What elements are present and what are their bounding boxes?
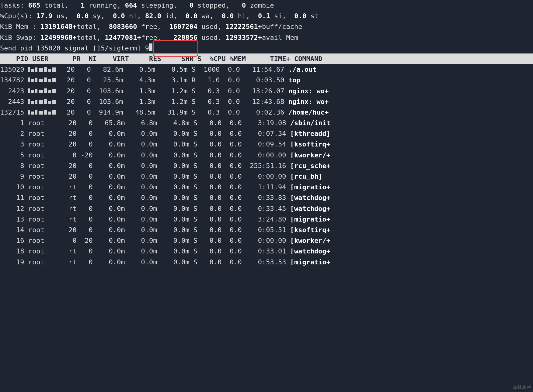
svg-rect-2 xyxy=(35,67,37,72)
table-row: 16 root 0 -20 0.0m 0.0m 0.0m S 0.0 0.0 0… xyxy=(0,235,533,246)
signal-prompt[interactable]: Send pid 135020 signal [15/sigterm] 9 xyxy=(0,43,533,53)
svg-rect-20 xyxy=(52,89,56,93)
svg-rect-17 xyxy=(39,90,43,93)
svg-rect-22 xyxy=(31,101,34,104)
terminal-output[interactable]: Tasks: 665 total, 1 running, 664 sleepin… xyxy=(0,0,533,267)
table-row: 18 root rt 0 0.0m 0.0m 0.0m S 0.0 0.0 0:… xyxy=(0,246,533,256)
table-row: 11 root rt 0 0.0m 0.0m 0.0m S 0.0 0.0 0:… xyxy=(0,192,533,203)
svg-rect-34 xyxy=(52,110,56,115)
tasks-line: Tasks: 665 total, 1 running, 664 sleepin… xyxy=(0,0,533,11)
table-row: 9 root 20 0 0.0m 0.0m 0.0m S 0.0 0.0 0:0… xyxy=(0,171,533,182)
table-row: 8 root 20 0 0.0m 0.0m 0.0m S 0.0 0.0 255… xyxy=(0,160,533,171)
svg-rect-9 xyxy=(35,78,37,82)
table-row: 14 root 20 0 0.0m 0.0m 0.0m S 0.0 0.0 0:… xyxy=(0,225,533,235)
swap-line: KiB Swap: 12499968+total, 12477081+free,… xyxy=(0,32,533,43)
svg-rect-23 xyxy=(35,100,37,104)
svg-rect-18 xyxy=(44,88,47,93)
process-list: 135020 20 0 82.6m 0.5m 0.5m S 1000 0.0 1… xyxy=(0,64,533,267)
table-row: 12 root rt 0 0.0m 0.0m 0.0m S 0.0 0.0 0:… xyxy=(0,203,533,214)
svg-rect-8 xyxy=(31,79,34,82)
table-row: 1 root 20 0 65.8m 6.8m 4.8m S 0.0 0.0 3:… xyxy=(0,118,533,128)
cpu-line: %Cpu(s): 17.9 us, 0.0 sy, 0.0 ni, 82.0 i… xyxy=(0,11,533,21)
svg-rect-7 xyxy=(28,77,30,82)
svg-rect-30 xyxy=(35,110,37,115)
svg-rect-1 xyxy=(31,69,34,72)
table-row: 134782 20 0 25.5m 4.3m 3.1m R 1.0 0.0 0:… xyxy=(0,75,533,85)
table-header: PID USER PR NI VIRT RES SHR S %CPU %MEM … xyxy=(0,53,533,64)
svg-rect-21 xyxy=(28,99,30,104)
svg-rect-25 xyxy=(44,99,47,104)
table-row: 2443 20 0 103.6m 1.3m 1.2m S 0.3 0.0 12:… xyxy=(0,96,533,107)
svg-rect-11 xyxy=(44,77,47,82)
svg-rect-10 xyxy=(39,79,43,82)
svg-rect-28 xyxy=(28,110,30,115)
table-row: 2 root 20 0 0.0m 0.0m 0.0m S 0.0 0.0 0:0… xyxy=(0,128,533,139)
table-row: 13 root rt 0 0.0m 0.0m 0.0m S 0.0 0.0 3:… xyxy=(0,214,533,225)
table-row: 10 root rt 0 0.0m 0.0m 0.0m S 0.0 0.0 1:… xyxy=(0,182,533,192)
table-row: 19 root rt 0 0.0m 0.0m 0.0m S 0.0 0.0 0:… xyxy=(0,257,533,267)
mem-line: KiB Mem : 13191648+total, 8083660 free, … xyxy=(0,21,533,32)
svg-rect-15 xyxy=(31,90,34,93)
signal-input-value[interactable]: 9 xyxy=(145,44,149,52)
svg-rect-29 xyxy=(31,112,34,115)
table-row: 132715 20 0 914.9m 48.5m 31.9m S 0.3 0.0… xyxy=(0,107,533,118)
svg-rect-26 xyxy=(48,101,51,104)
svg-rect-14 xyxy=(28,88,30,93)
svg-rect-32 xyxy=(44,110,47,115)
svg-rect-27 xyxy=(52,100,56,104)
svg-rect-4 xyxy=(44,67,47,72)
svg-rect-3 xyxy=(39,68,43,72)
svg-rect-12 xyxy=(48,79,51,82)
svg-rect-24 xyxy=(39,100,43,104)
svg-rect-31 xyxy=(39,111,43,115)
svg-rect-0 xyxy=(28,67,30,72)
svg-rect-19 xyxy=(48,90,51,93)
cursor-icon xyxy=(149,43,152,51)
svg-rect-16 xyxy=(35,89,37,93)
svg-rect-33 xyxy=(48,112,51,115)
table-row: 3 root 20 0 0.0m 0.0m 0.0m S 0.0 0.0 0:0… xyxy=(0,139,533,150)
svg-rect-13 xyxy=(52,78,56,82)
watermark-text: 吉林龙网 xyxy=(513,383,531,390)
svg-rect-5 xyxy=(48,69,51,72)
table-row: 5 root 0 -20 0.0m 0.0m 0.0m S 0.0 0.0 0:… xyxy=(0,150,533,160)
table-row: 135020 20 0 82.6m 0.5m 0.5m S 1000 0.0 1… xyxy=(0,64,533,75)
svg-rect-6 xyxy=(52,67,56,72)
table-row: 2423 20 0 103.6m 1.3m 1.2m S 0.3 0.0 13:… xyxy=(0,86,533,96)
